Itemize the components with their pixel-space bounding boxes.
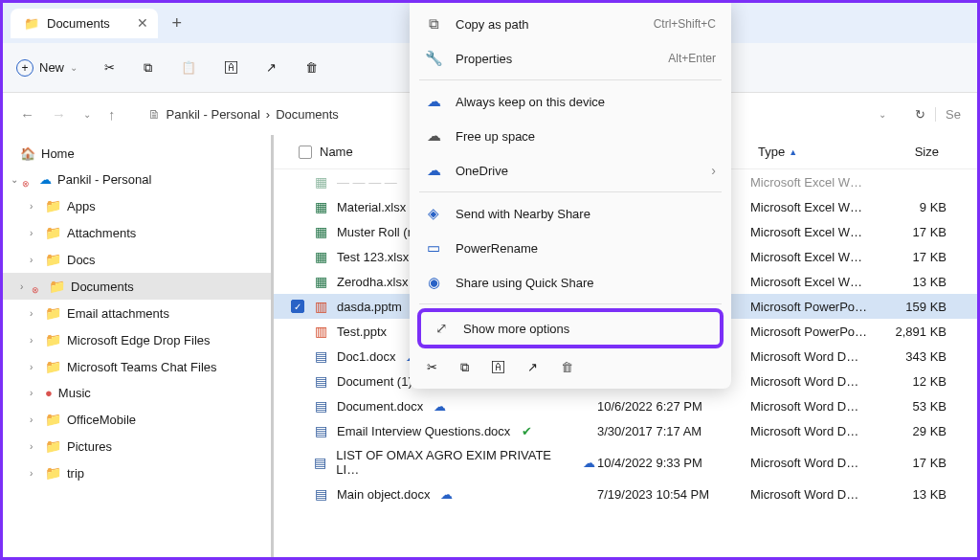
error-badge-icon: ⊗ bbox=[32, 285, 39, 295]
chevron-right-icon: › bbox=[30, 468, 39, 479]
ctx-copy-path[interactable]: ⧉Copy as pathCtrl+Shift+C bbox=[410, 7, 731, 41]
file-type: Microsoft PowerPo… bbox=[750, 300, 880, 314]
forward-button[interactable]: → bbox=[48, 102, 70, 126]
up-button[interactable]: ↑ bbox=[104, 102, 120, 126]
share-icon[interactable]: ↗ bbox=[266, 60, 277, 76]
copy-icon[interactable]: ⧉ bbox=[460, 360, 469, 375]
rename-icon[interactable]: 🄰 bbox=[225, 60, 237, 76]
file-size: 159 KB bbox=[880, 300, 947, 314]
sidebar-home[interactable]: 🏠 Home bbox=[3, 141, 271, 167]
select-all-checkbox[interactable] bbox=[299, 146, 312, 159]
crumb-1[interactable]: Documents bbox=[276, 107, 339, 122]
cut-icon[interactable]: ✂ bbox=[104, 60, 115, 76]
sidebar-item-pictures[interactable]: ›📁Pictures bbox=[3, 433, 271, 459]
delete-icon[interactable]: 🗑 bbox=[305, 60, 318, 76]
file-name: Zerodha.xlsx bbox=[337, 275, 408, 289]
ctx-always-keep[interactable]: ☁Always keep on this device bbox=[410, 84, 731, 119]
table-row[interactable]: ▤LIST OF OMAX AGRO EXIM PRIVATE LI…☁10/4… bbox=[274, 443, 977, 482]
file-name: Document.docx bbox=[337, 399, 423, 414]
address-dropdown-icon[interactable]: ⌄ bbox=[879, 109, 886, 120]
sidebar-item-docs[interactable]: ›📁Docs bbox=[3, 246, 271, 273]
ctx-powerrename[interactable]: ▭PowerRename bbox=[410, 231, 731, 265]
xl-icon: ▦ bbox=[312, 199, 329, 214]
doc-icon: ▤ bbox=[312, 348, 329, 364]
crumb-0[interactable]: Pankil - Personal bbox=[167, 107, 260, 122]
col-size[interactable]: Size bbox=[880, 141, 947, 163]
paste-icon[interactable]: 📋 bbox=[181, 60, 196, 76]
file-date: 3/30/2017 7:17 AM bbox=[597, 424, 750, 438]
cloud-icon: ☁ bbox=[438, 487, 456, 502]
file-type: Microsoft Excel W… bbox=[750, 225, 880, 239]
sidebar-item-email-attachments[interactable]: ›📁Email attachments bbox=[3, 300, 271, 326]
ctx-free-up[interactable]: ☁Free up space bbox=[410, 119, 731, 153]
sidebar-item-microsoft-edge-drop-files[interactable]: ›📁Microsoft Edge Drop Files bbox=[3, 326, 271, 353]
chevron-right-icon: › bbox=[30, 308, 39, 319]
sidebar-item-label: Music bbox=[58, 386, 91, 400]
col-type[interactable]: Type▲ bbox=[750, 141, 880, 163]
close-tab-icon[interactable]: ✕ bbox=[137, 15, 148, 31]
sidebar: 🏠 Home ⌄ ⊗ ☁ Pankil - Personal ›📁Apps›📁A… bbox=[3, 135, 274, 557]
doc-icon: ▤ bbox=[312, 373, 329, 389]
sidebar-item-label: Documents bbox=[71, 280, 134, 294]
file-name: Test.pptx bbox=[337, 325, 387, 339]
new-tab-button[interactable]: + bbox=[158, 13, 196, 34]
cut-icon[interactable]: ✂ bbox=[427, 360, 437, 375]
file-type: Microsoft Excel W… bbox=[750, 250, 880, 264]
ctx-properties[interactable]: 🔧PropertiesAlt+Enter bbox=[410, 41, 731, 76]
sidebar-item-officemobile[interactable]: ›📁OfficeMobile bbox=[3, 406, 271, 433]
file-name: Muster Roll (r bbox=[337, 225, 412, 239]
plus-icon: + bbox=[16, 59, 33, 77]
window-tab[interactable]: 📁 Documents ✕ bbox=[11, 9, 158, 38]
file-name: dasda.pptm bbox=[337, 300, 402, 314]
checkbox[interactable]: ✓ bbox=[291, 300, 304, 313]
home-icon: 🏠 bbox=[20, 146, 35, 161]
chevron-right-icon: › bbox=[30, 335, 39, 346]
quickshare-icon: ◉ bbox=[425, 274, 442, 291]
file-name: Doc1.docx bbox=[337, 349, 395, 364]
sidebar-item-apps[interactable]: ›📁Apps bbox=[3, 192, 271, 219]
copy-icon[interactable]: ⧉ bbox=[144, 60, 152, 76]
ctx-quick-actions: ✂ ⧉ 🄰 ↗ 🗑 bbox=[410, 350, 731, 385]
chevron-right-icon: › bbox=[20, 281, 30, 292]
folder-icon: 📁 bbox=[45, 359, 61, 374]
share-icon[interactable]: ↗ bbox=[527, 360, 538, 375]
rename-icon: ▭ bbox=[425, 239, 442, 257]
doc-icon: ▤ bbox=[312, 486, 329, 502]
sidebar-item-label: Apps bbox=[67, 199, 96, 213]
sidebar-item-label: Pictures bbox=[67, 439, 112, 454]
file-size: 17 KB bbox=[880, 250, 947, 264]
ctx-quick-share[interactable]: ◉Share using Quick Share bbox=[410, 265, 731, 300]
separator bbox=[419, 303, 722, 304]
onedrive-icon: ☁ bbox=[425, 162, 442, 179]
rename-icon[interactable]: 🄰 bbox=[492, 360, 504, 375]
ctx-show-more[interactable]: ⤢Show more options bbox=[421, 312, 720, 345]
refresh-button[interactable]: ↻ bbox=[915, 107, 925, 122]
table-row[interactable]: ▤Document.docx☁10/6/2022 6:27 PMMicrosof… bbox=[274, 393, 977, 418]
delete-icon[interactable]: 🗑 bbox=[561, 360, 573, 375]
onedrive-label: Pankil - Personal bbox=[57, 172, 151, 187]
sort-arrow-icon: ▲ bbox=[789, 147, 797, 157]
breadcrumb[interactable]: 🗎 Pankil - Personal › Documents bbox=[148, 107, 339, 122]
chevron-down-icon[interactable]: ⌄ bbox=[79, 105, 95, 123]
chevron-right-icon: › bbox=[30, 228, 39, 238]
ctx-nearby-share[interactable]: ◈Send with Nearby Share bbox=[410, 196, 731, 231]
file-date: 7/19/2023 10:54 PM bbox=[597, 487, 750, 502]
sidebar-item-label: trip bbox=[67, 466, 84, 481]
sidebar-item-music[interactable]: ›●Music bbox=[3, 380, 271, 406]
ctx-onedrive[interactable]: ☁OneDrive› bbox=[410, 153, 731, 188]
file-date: 10/6/2022 6:27 PM bbox=[597, 399, 750, 414]
chevron-right-icon: › bbox=[711, 163, 716, 178]
context-menu: ⧉Copy as pathCtrl+Shift+C 🔧PropertiesAlt… bbox=[410, 3, 731, 389]
search-input[interactable]: Se bbox=[935, 107, 964, 122]
sidebar-item-microsoft-teams-chat-files[interactable]: ›📁Microsoft Teams Chat Files bbox=[3, 353, 271, 380]
sidebar-item-trip[interactable]: ›📁trip bbox=[3, 459, 271, 486]
back-button[interactable]: ← bbox=[16, 102, 38, 126]
table-row[interactable]: ▤Email Interview Questions.docx✔3/30/201… bbox=[274, 418, 977, 443]
doc-icon: ▤ bbox=[312, 455, 329, 470]
file-name: Material.xlsx bbox=[337, 200, 406, 214]
sidebar-onedrive[interactable]: ⌄ ⊗ ☁ Pankil - Personal bbox=[3, 167, 271, 192]
table-row[interactable]: ▤Main object.docx☁7/19/2023 10:54 PMMicr… bbox=[274, 482, 977, 506]
sidebar-item-attachments[interactable]: ›📁Attachments bbox=[3, 219, 271, 246]
new-button[interactable]: + New ⌄ bbox=[16, 59, 78, 77]
sidebar-item-documents[interactable]: ›⊗📁Documents bbox=[3, 273, 271, 300]
